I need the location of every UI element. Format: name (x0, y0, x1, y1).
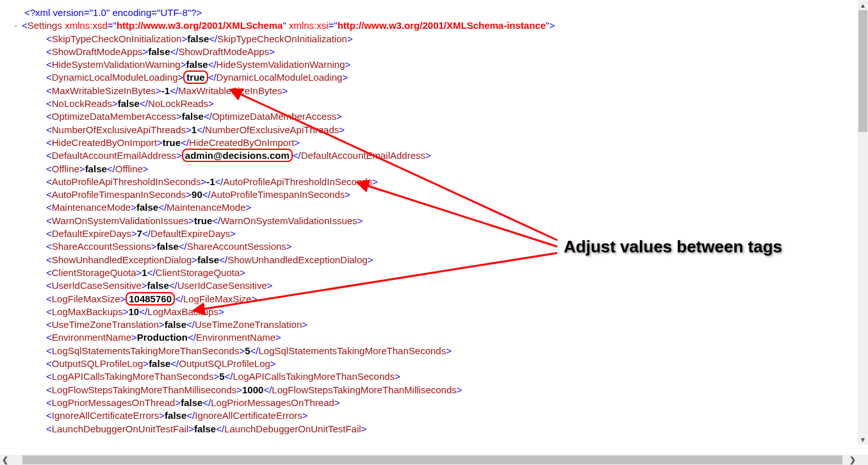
xml-value-LaunchDebuggerOnUnitTestFail[interactable]: false (194, 423, 216, 434)
xml-element-UseTimeZoneTranslation: <UseTimeZoneTranslation>false</UseTimeZo… (0, 318, 858, 331)
xml-element-ShareAccountSessions: <ShareAccountSessions>false</ShareAccoun… (0, 240, 858, 253)
xml-element-AutoProfileApiThresholdInSeconds: <AutoProfileApiThresholdInSeconds>-1</Au… (0, 175, 858, 188)
xml-value-AutoProfileTimespanInSeconds[interactable]: 90 (192, 189, 202, 200)
vertical-scrollbar[interactable]: ▲ ▼ (858, 0, 868, 445)
xml-value-HideCreatedByOnImport[interactable]: true (163, 137, 181, 148)
xml-value-DefaultExpireDays[interactable]: 7 (137, 228, 142, 239)
xml-value-OptimizeDataMemberAccess[interactable]: false (182, 111, 204, 122)
xml-value-UseTimeZoneTranslation[interactable]: false (165, 319, 186, 330)
xml-element-ShowUnhandledExceptionDialog: <ShowUnhandledExceptionDialog>false</Sho… (0, 254, 858, 266)
xml-viewer-pane[interactable]: <?xml version="1.0" encoding="UTF-8"?>-<… (0, 0, 858, 445)
xml-line: -<Settings xmlns:xsd="http://www.w3.org/… (0, 19, 858, 32)
xml-element-DefaultExpireDays: <DefaultExpireDays>7</DefaultExpireDays> (0, 227, 858, 240)
xml-value-LogAPICallsTakingMoreThanSeconds[interactable]: 5 (219, 371, 224, 382)
xml-element-AutoProfileTimespanInSeconds: <AutoProfileTimespanInSeconds>90</AutoPr… (0, 188, 858, 201)
xml-element-LogFlowStepsTakingMoreThanMilliseconds: <LogFlowStepsTakingMoreThanMilliseconds>… (0, 384, 858, 396)
xml-element-DynamicLocalModuleLoading: <DynamicLocalModuleLoading>true</Dynamic… (0, 71, 858, 84)
xml-value-ShowDraftModeApps[interactable]: false (148, 46, 170, 57)
scroll-up-arrow-icon[interactable]: ▲ (858, 0, 868, 10)
xml-value-ClientStorageQuota[interactable]: 1 (142, 267, 147, 278)
xml-value-LogSqlStatementsTakingMoreThanSeconds[interactable]: 5 (245, 345, 250, 356)
horizontal-scrollbar[interactable]: ❮ ❯ (0, 455, 858, 465)
xml-value-HideSystemValidationWarning[interactable]: false (186, 59, 208, 70)
xml-value-LogMaxBackups[interactable]: 10 (128, 306, 139, 317)
xml-element-ShowDraftModeApps: <ShowDraftModeApps>false</ShowDraftModeA… (0, 45, 858, 58)
xml-element-LogFileMaxSize: <LogFileMaxSize>10485760</LogFileMaxSize… (0, 293, 858, 306)
xml-element-MaxWritableSizeInBytes: <MaxWritableSizeInBytes>-1</MaxWritableS… (0, 85, 858, 97)
xml-element-LogPriorMessagesOnThread: <LogPriorMessagesOnThread>false</LogPrio… (0, 396, 858, 409)
xml-value-SkipTypeCheckOnInitialization[interactable]: false (187, 33, 209, 44)
xml-element-LogAPICallsTakingMoreThanSeconds: <LogAPICallsTakingMoreThanSeconds>5</Log… (0, 370, 858, 383)
xml-value-IgnoreAllCertificateErrors[interactable]: false (165, 410, 186, 421)
xml-value-AutoProfileApiThresholdInSeconds[interactable]: -1 (206, 176, 215, 187)
xml-element-ClientStorageQuota: <ClientStorageQuota>1</ClientStorageQuot… (0, 266, 858, 279)
xml-value-MaxWritableSizeInBytes[interactable]: -1 (161, 85, 170, 96)
xml-element-MaintenanceMode: <MaintenanceMode>false</MaintenanceMode> (0, 201, 858, 214)
xml-element-LogSqlStatementsTakingMoreThanSeconds: <LogSqlStatementsTakingMoreThanSeconds>5… (0, 345, 858, 357)
xml-element-WarnOnSystemValidationIssues: <WarnOnSystemValidationIssues>true</Warn… (0, 215, 858, 227)
xml-value-NoLockReads[interactable]: false (118, 98, 140, 109)
xml-element-DefaultAccountEmailAddress: <DefaultAccountEmailAddress>admin@decisi… (0, 149, 858, 162)
xml-element-HideSystemValidationWarning: <HideSystemValidationWarning>false</Hide… (0, 58, 858, 71)
xml-value-MaintenanceMode[interactable]: false (136, 202, 158, 213)
xml-value-NumberOfExclusiveApiThreads[interactable]: 1 (192, 124, 197, 135)
vertical-scroll-thumb[interactable] (858, 10, 867, 132)
xml-value-DynamicLocalModuleLoading[interactable]: true (183, 70, 208, 84)
xml-value-DefaultAccountEmailAddress[interactable]: admin@decisions.com (182, 149, 293, 162)
xml-value-ShareAccountSessions[interactable]: false (157, 241, 179, 252)
scroll-left-arrow-icon[interactable]: ❮ (0, 455, 10, 465)
xml-element-HideCreatedByOnImport: <HideCreatedByOnImport>true</HideCreated… (0, 136, 858, 149)
scroll-down-arrow-icon[interactable]: ▼ (858, 434, 868, 445)
xml-line: <?xml version="1.0" encoding="UTF-8"?> (0, 6, 858, 19)
scroll-right-arrow-icon[interactable]: ❯ (848, 455, 858, 465)
xml-content: <?xml version="1.0" encoding="UTF-8"?>-<… (0, 0, 858, 436)
xml-element-EnvironmentName: <EnvironmentName>Production</Environment… (0, 331, 858, 344)
xml-element-IgnoreAllCertificateErrors: <IgnoreAllCertificateErrors>false</Ignor… (0, 409, 858, 422)
xml-element-LogMaxBackups: <LogMaxBackups>10</LogMaxBackups> (0, 306, 858, 318)
xml-element-NumberOfExclusiveApiThreads: <NumberOfExclusiveApiThreads>1</NumberOf… (0, 124, 858, 136)
xml-element-Offline: <Offline>false</Offline> (0, 163, 858, 175)
xml-value-LogFlowStepsTakingMoreThanMilliseconds[interactable]: 1000 (242, 384, 263, 395)
xml-element-OptimizeDataMemberAccess: <OptimizeDataMemberAccess>false</Optimiz… (0, 110, 858, 123)
scrollbar-corner (858, 455, 868, 465)
xml-value-UserIdCaseSensitive[interactable]: false (147, 280, 169, 291)
xml-value-LogFileMaxSize[interactable]: 10485760 (126, 292, 175, 306)
xml-element-SkipTypeCheckOnInitialization: <SkipTypeCheckOnInitialization>false</Sk… (0, 33, 858, 45)
xml-element-LaunchDebuggerOnUnitTestFail: <LaunchDebuggerOnUnitTestFail>false</Lau… (0, 423, 858, 436)
xml-value-ShowUnhandledExceptionDialog[interactable]: false (197, 254, 219, 265)
xml-value-LogPriorMessagesOnThread[interactable]: false (181, 397, 202, 408)
xml-value-OutputSQLProfileLog[interactable]: false (149, 358, 170, 369)
xml-value-Offline[interactable]: false (85, 163, 107, 174)
horizontal-scroll-thumb[interactable] (22, 455, 842, 464)
xml-value-WarnOnSystemValidationIssues[interactable]: true (194, 215, 212, 226)
xml-element-OutputSQLProfileLog: <OutputSQLProfileLog>false</OutputSQLPro… (0, 357, 858, 370)
xml-value-EnvironmentName[interactable]: Production (137, 332, 188, 343)
collapse-toggle[interactable]: - (14, 19, 22, 32)
xml-element-NoLockReads: <NoLockReads>false</NoLockReads> (0, 97, 858, 110)
xml-element-UserIdCaseSensitive: <UserIdCaseSensitive>false</UserIdCaseSe… (0, 279, 858, 292)
